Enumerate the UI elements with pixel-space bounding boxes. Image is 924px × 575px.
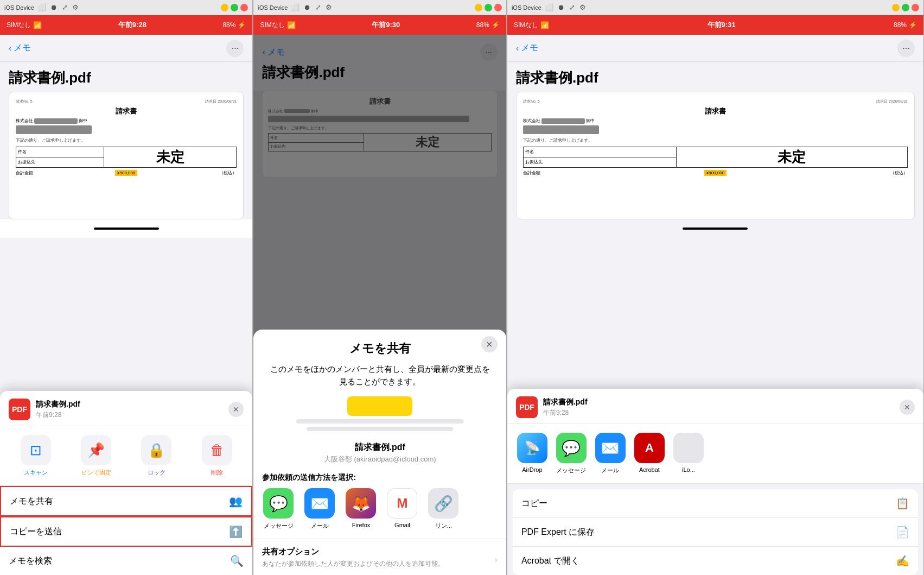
app-acrobat[interactable]: A Acrobat (633, 433, 666, 475)
gmail-app-label: Gmail (394, 522, 410, 528)
gmail-icon-glyph: M (397, 496, 407, 511)
pdfexpert-btn-3[interactable]: PDF Expert に保存 📄 (513, 518, 918, 547)
panel-2: iOS Device ⬜ ⏺ ⤢ ⚙ SIMなし 📶 午前9:30 88% ⚡ (253, 0, 506, 575)
home-indicator-1 (0, 219, 252, 238)
home-bar-1 (94, 228, 159, 230)
note-line-2 (307, 427, 453, 431)
redacted-1 (34, 118, 78, 124)
title-bar-left-2: iOS Device ⬜ ⏺ ⤢ ⚙ (258, 3, 332, 11)
share-app-firefox[interactable]: 🦊 Firefox (345, 488, 377, 530)
messages-app-label-3: メッセージ (556, 466, 586, 475)
maximize-btn-2[interactable] (485, 4, 492, 11)
settings-icon-1[interactable]: ⚙ (72, 3, 79, 11)
camera-icon-3[interactable]: ⬜ (545, 3, 553, 11)
record-icon-2[interactable]: ⏺ (304, 3, 311, 11)
title-bar-icons-3: ⬜ ⏺ ⤢ ⚙ (545, 3, 586, 11)
resize-icon-3[interactable]: ⤢ (569, 3, 575, 11)
menu-share-btn[interactable]: メモを共有 👥 (0, 486, 252, 516)
status-bar-1: SIMなし 📶 午前9:28 88% ⚡ (0, 15, 252, 35)
more-btn-3[interactable]: ··· (897, 40, 915, 57)
inv-title-1: 請求書 (16, 106, 237, 116)
copy-btn-3[interactable]: コピー 📋 (513, 489, 918, 518)
messages-app-icon-3: 💬 (556, 433, 587, 463)
battery-pct-1: 88% (222, 21, 235, 29)
share-options-row[interactable]: 共有オプション あなたが参加依頼した人が変更およびその他の人を追加可能。 › (262, 547, 497, 573)
menu-copy-btn[interactable]: コピーを送信 ⬆️ (0, 516, 252, 547)
action-pin-btn[interactable]: 📌 ピンで固定 (69, 435, 123, 477)
device-label-3: iOS Device (512, 4, 541, 11)
close-btn-1[interactable] (240, 4, 248, 11)
carrier-2: SIMなし (260, 21, 284, 30)
app-ilo[interactable]: iLo... (672, 433, 705, 475)
chevron-left-icon-1: ‹ (9, 43, 11, 53)
close-btn-2[interactable] (494, 4, 502, 11)
battery-icon-2: ⚡ (492, 21, 500, 29)
minimize-btn-1[interactable] (221, 4, 228, 11)
copy-close-btn-3[interactable]: ✕ (900, 400, 915, 415)
back-btn-3[interactable]: ‹ メモ (516, 42, 538, 54)
app-messages-3[interactable]: 💬 メッセージ (555, 433, 588, 475)
resize-icon-2[interactable]: ⤢ (315, 3, 321, 11)
settings-icon-2[interactable]: ⚙ (326, 3, 332, 11)
sheet-close-btn-1[interactable]: ✕ (228, 402, 244, 417)
title-bar-2: iOS Device ⬜ ⏺ ⤢ ⚙ (253, 0, 506, 15)
panel-1: iOS Device ⬜ ⏺ ⤢ ⚙ SIMなし 📶 午前9:28 88% ⚡ (0, 0, 253, 575)
scan-icon: ⊡ (30, 442, 42, 459)
window-controls-2 (475, 4, 502, 11)
share-options-desc: あなたが参加依頼した人が変更およびその他の人を追加可能。 (262, 559, 444, 568)
title-bar-3: iOS Device ⬜ ⏺ ⤢ ⚙ (507, 0, 923, 15)
camera-icon-1[interactable]: ⬜ (37, 3, 46, 11)
mail-icon-glyph: ✉️ (310, 495, 329, 513)
title-bar-left-1: iOS Device ⬜ ⏺ ⤢ ⚙ (4, 3, 79, 11)
camera-icon-2[interactable]: ⬜ (291, 3, 299, 11)
share-modal-title: メモを共有 (253, 340, 506, 363)
company-name-3: 株式会社 御中 (523, 118, 595, 124)
bottom-sheet-1: PDF 請求書例.pdf 午前9:28 ✕ ⊡ スキャン (0, 391, 252, 575)
inv-row-1: 件名 未定 (16, 147, 237, 157)
redacted-3 (541, 118, 585, 124)
record-icon-1[interactable]: ⏺ (50, 3, 58, 11)
back-btn-1[interactable]: ‹ メモ (9, 42, 31, 54)
inv-cell-label-3a: 件名 (523, 147, 676, 157)
app-mail-3[interactable]: ✉️ メール (594, 433, 627, 475)
record-icon-3[interactable]: ⏺ (558, 3, 565, 11)
close-btn-3[interactable] (912, 4, 919, 11)
settings-icon-3[interactable]: ⚙ (579, 3, 586, 11)
action-delete-btn[interactable]: 🗑 削除 (190, 435, 244, 477)
share-app-gmail[interactable]: M Gmail (386, 488, 418, 530)
action-scan-btn[interactable]: ⊡ スキャン (9, 435, 62, 477)
status-bar-2: SIMなし 📶 午前9:30 88% ⚡ (253, 15, 506, 35)
back-label-3: メモ (521, 42, 538, 54)
maximize-btn-1[interactable] (231, 4, 238, 11)
inv-cell-label-3b: お振込先 (523, 157, 676, 168)
chevron-left-icon-3: ‹ (516, 43, 519, 53)
battery-icon-3: ⚡ (909, 21, 917, 29)
pdf-icon-3: PDF (519, 403, 534, 412)
minimize-btn-3[interactable] (892, 4, 900, 11)
minimize-btn-2[interactable] (475, 4, 482, 11)
share-app-link[interactable]: 🔗 リン... (427, 488, 460, 530)
company-row-3: 株式会社 御中 (523, 118, 908, 124)
inv-header-3: 請求No. 5 請求日 2020/08/31 (523, 99, 908, 104)
maximize-btn-3[interactable] (902, 4, 909, 11)
lock-icon: 🔒 (148, 442, 165, 459)
sheet-file-name-1: 請求書例.pdf (36, 400, 228, 409)
menu-search-text: メモを検索 (9, 555, 52, 567)
share-modal-close-btn[interactable]: ✕ (481, 336, 498, 352)
share-app-mail[interactable]: ✉️ メール (303, 488, 336, 530)
menu-search-btn[interactable]: メモを検索 🔍 (0, 547, 252, 575)
app-airdrop[interactable]: 📡 AirDrop (516, 433, 549, 475)
gmail-app-icon: M (387, 488, 417, 519)
copy-file-name-3: 請求書例.pdf (543, 397, 900, 407)
copy-file-time-3: 午前9:28 (543, 408, 900, 418)
inv-cell-label-2: お振込先 (16, 157, 104, 168)
resize-icon-1[interactable]: ⤢ (62, 3, 68, 11)
action-lock-btn[interactable]: 🔒 ロック (130, 435, 183, 477)
sheet-header-1: PDF 請求書例.pdf 午前9:28 ✕ (0, 391, 252, 426)
inv-total-label-3: 合計金額 (523, 170, 540, 176)
more-btn-1[interactable]: ··· (226, 40, 244, 57)
share-app-messages[interactable]: 💬 メッセージ (262, 488, 295, 530)
redacted-bar-block-3 (523, 125, 599, 134)
pin-icon: 📌 (87, 442, 105, 459)
acrobat-open-btn-3[interactable]: Acrobat で開く ✍️ (513, 547, 918, 575)
